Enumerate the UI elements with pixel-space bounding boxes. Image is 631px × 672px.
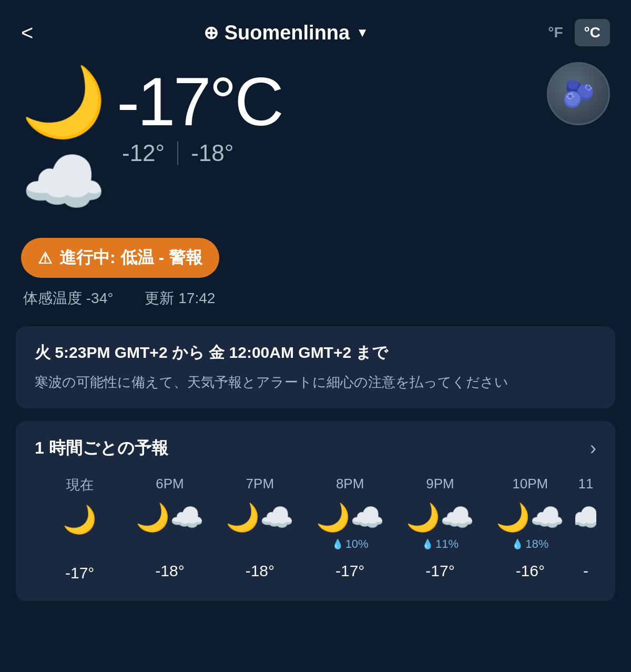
hourly-forecast-card[interactable]: 1 時間ごとの予報 › 現在 🌙 -17° 6PM 🌙☁️ -18° 7PM 🌙… xyxy=(16,421,615,601)
alert-badge[interactable]: ⚠ 進行中: 低温 - 警報 xyxy=(21,238,219,278)
hour-label: 7PM xyxy=(246,476,274,492)
feels-like-row: 体感温度 -34° 更新 17:42 xyxy=(21,288,610,308)
raindrop-icon: 💧 xyxy=(512,538,523,550)
alert-section: ⚠ 進行中: 低温 - 警報 体感温度 -34° 更新 17:42 xyxy=(0,227,631,314)
alert-description: 寒波の可能性に備えて、天気予報とアラートに細心の注意を払ってください xyxy=(35,372,596,393)
hour-temperature: -18° xyxy=(246,562,274,580)
raindrop-icon: 💧 xyxy=(332,538,343,550)
hour-weather-icon: 🌙☁️ xyxy=(496,502,564,534)
alert-text: 進行中: 低温 - 警報 xyxy=(59,246,202,269)
hour-temperature: -17° xyxy=(65,564,94,582)
hour-weather-icon: 🌙☁️ xyxy=(136,502,204,534)
hour-column: 6PM 🌙☁️ -18° xyxy=(125,476,215,582)
fahrenheit-button[interactable]: °F xyxy=(538,19,572,46)
hour-column: 9PM 🌙☁️ 💧11% -17° xyxy=(395,476,485,582)
temp-low: -18° xyxy=(191,140,233,166)
celsius-button[interactable]: °C xyxy=(575,19,610,46)
hour-label: 11 xyxy=(578,476,594,492)
header: < ⊕ Suomenlinna ▼ °F °C xyxy=(0,0,631,57)
hour-label: 8PM xyxy=(336,476,364,492)
alert-time-range: 火 5:23PM GMT+2 から 金 12:00AM GMT+2 まで xyxy=(35,342,596,364)
precip-chance: 💧11% xyxy=(422,537,459,551)
current-temperature: -17°C xyxy=(117,67,282,136)
hour-column: 現在 🌙 -17° xyxy=(35,476,125,582)
location-name: Suomenlinna xyxy=(225,22,350,44)
hour-temperature: -16° xyxy=(516,562,545,580)
location-selector[interactable]: ⊕ Suomenlinna ▼ xyxy=(203,22,369,44)
hour-weather-icon: 🌙☁️ xyxy=(316,502,384,534)
hour-weather-icon: 🌙☁️ xyxy=(406,502,474,534)
hour-label: 6PM xyxy=(156,476,184,492)
warning-icon: ⚠ xyxy=(38,249,52,267)
hourly-row: 現在 🌙 -17° 6PM 🌙☁️ -18° 7PM 🌙☁️ -18° 8PM … xyxy=(35,476,596,582)
raindrop-icon: 💧 xyxy=(422,538,433,550)
updated-time: 更新 17:42 xyxy=(145,288,215,308)
temp-range: -12° -18° xyxy=(122,140,282,166)
hour-weather-icon: 🌙☁️ xyxy=(226,502,294,534)
hour-weather-icon: 🌙 xyxy=(63,504,97,536)
hour-label: 現在 xyxy=(66,476,94,494)
precip-chance: 💧18% xyxy=(512,537,548,551)
hour-column: 7PM 🌙☁️ -18° xyxy=(215,476,305,582)
temp-divider xyxy=(177,142,178,165)
location-icon: ⊕ xyxy=(203,22,218,43)
weather-icon: 🌙☁️ xyxy=(21,62,106,222)
unit-toggle: °F °C xyxy=(538,19,610,46)
hour-weather-icon: ☁️ xyxy=(575,502,596,534)
hour-temperature: -17° xyxy=(335,562,364,580)
hour-column: 10PM 🌙☁️ 💧18% -16° xyxy=(485,476,575,582)
back-button[interactable]: < xyxy=(21,21,33,45)
hour-column: 11 ☁️ - xyxy=(575,476,596,582)
alert-card[interactable]: 火 5:23PM GMT+2 から 金 12:00AM GMT+2 まで 寒波の… xyxy=(16,326,615,408)
chevron-down-icon: ▼ xyxy=(356,25,369,40)
hour-column: 8PM 🌙☁️ 💧10% -17° xyxy=(305,476,395,582)
temperature-block: -17°C -12° -18° xyxy=(117,67,282,166)
main-weather: 🌙☁️ -17°C -12° -18° 🫐 xyxy=(0,57,631,227)
chevron-right-icon[interactable]: › xyxy=(590,437,596,459)
feels-like-label: 体感温度 -34° xyxy=(23,288,113,308)
hour-label: 9PM xyxy=(426,476,454,492)
precip-chance: 💧10% xyxy=(332,537,369,551)
hour-temperature: -17° xyxy=(425,562,454,580)
forecast-header: 1 時間ごとの予報 › xyxy=(35,437,596,460)
hour-temperature: -18° xyxy=(155,562,184,580)
avatar: 🫐 xyxy=(547,62,610,125)
temp-high: -12° xyxy=(122,140,165,166)
forecast-title: 1 時間ごとの予報 xyxy=(35,437,168,460)
hour-label: 10PM xyxy=(512,476,548,492)
hour-temperature: - xyxy=(583,562,588,580)
